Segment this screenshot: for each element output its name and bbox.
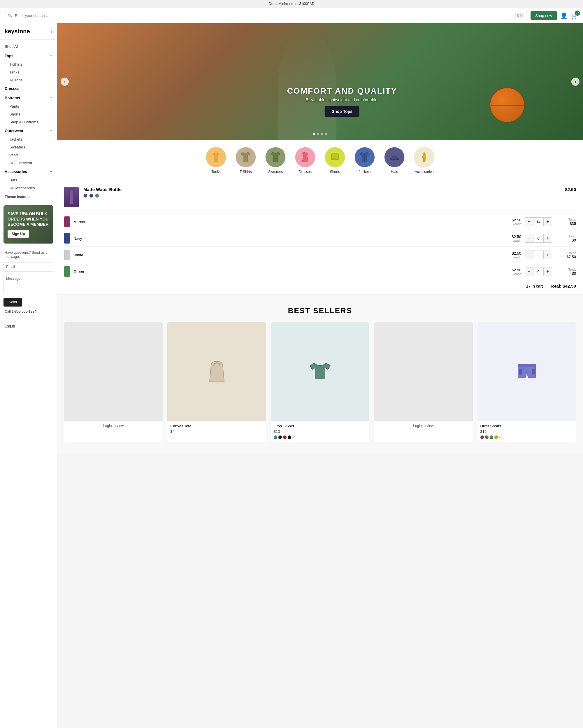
sidebar-item-hats[interactable]: Hats bbox=[0, 176, 57, 184]
sidebar-item-shorts[interactable]: Shorts bbox=[0, 110, 57, 118]
shop-now-button[interactable]: Shop now bbox=[530, 11, 557, 20]
qty-decrease-maroon[interactable]: − bbox=[525, 217, 533, 226]
sidebar-section-accessories[interactable]: Accessories − bbox=[0, 167, 57, 176]
jackets-label: Jackets bbox=[359, 170, 371, 174]
hero-next-button[interactable]: › bbox=[571, 78, 580, 86]
tanks-icon-circle bbox=[206, 147, 226, 167]
hero-content: COMFORT AND QUALITY Breathable, lightwei… bbox=[287, 86, 397, 117]
product-info-4: Login to view bbox=[374, 421, 473, 432]
hero-dot-1[interactable] bbox=[313, 133, 315, 135]
category-accessories[interactable]: Accessories bbox=[409, 145, 439, 176]
sidebar-section-dresses[interactable]: Dresses bbox=[0, 84, 57, 93]
qty-control-maroon: − 14 + bbox=[525, 217, 552, 226]
sidebar-item-vests[interactable]: Vests bbox=[0, 151, 57, 159]
qty-increase-white[interactable]: + bbox=[544, 251, 552, 259]
sidebar-item-all-accessories[interactable]: All Accessories bbox=[0, 184, 57, 192]
accessories-label: Accessories bbox=[415, 170, 434, 174]
sidebar-item-all-tops[interactable]: All Tops bbox=[0, 76, 57, 84]
product-price-5: $16 bbox=[480, 429, 573, 434]
sidebar-item-shop-all[interactable]: Shop All bbox=[0, 42, 57, 51]
product-card-4[interactable]: Login to view bbox=[374, 322, 473, 442]
more-colors-5: +3 bbox=[499, 436, 502, 439]
variant-price-maroon: $2.50 /each bbox=[501, 218, 521, 226]
qty-increase-navy[interactable]: + bbox=[544, 234, 552, 242]
sidebar-section-tops[interactable]: Tops − bbox=[0, 51, 57, 60]
top-bar-message: Order Minimums of $100CAD bbox=[269, 2, 314, 6]
sidebar-item-tanks[interactable]: Tanks bbox=[0, 68, 57, 76]
hero-prev-button[interactable]: ‹ bbox=[61, 78, 69, 86]
sidebar-item-all-outerwear[interactable]: All Outerwear bbox=[0, 159, 57, 167]
contact-form bbox=[0, 262, 57, 298]
swatch-white bbox=[64, 250, 70, 260]
hero-title: COMFORT AND QUALITY bbox=[287, 86, 397, 96]
color-5-2 bbox=[485, 436, 489, 439]
tshirts-icon-circle bbox=[235, 147, 256, 167]
product-thumbnail bbox=[64, 187, 79, 207]
bottoms-collapse-icon: − bbox=[50, 95, 52, 100]
best-sellers-section: BEST SELLERS Login to view bbox=[57, 294, 583, 453]
contact-email-input[interactable] bbox=[3, 262, 53, 271]
qty-control-white: − 3 + bbox=[525, 251, 552, 259]
main-content: COMFORT AND QUALITY Breathable, lightwei… bbox=[57, 23, 583, 453]
sidebar-promo: SAVE 15% ON BULK ORDERS WHEN YOU BECOME … bbox=[3, 205, 53, 243]
sidebar-item-jackets[interactable]: Jackets bbox=[0, 135, 57, 143]
tanks-label: Tanks bbox=[211, 170, 220, 174]
qty-decrease-navy[interactable]: − bbox=[525, 234, 533, 242]
sidebar-section-outerwear[interactable]: Outerwear − bbox=[0, 126, 57, 135]
qty-increase-green[interactable]: + bbox=[544, 267, 552, 276]
qty-decrease-green[interactable]: − bbox=[525, 267, 533, 276]
variant-price-white: $2.50 /each bbox=[501, 251, 521, 259]
contact-message-input[interactable] bbox=[3, 274, 53, 294]
sidebar-item-shop-all-bottoms[interactable]: Shop All Bottoms bbox=[0, 118, 57, 126]
sidebar-section-bottoms[interactable]: Bottoms − bbox=[0, 93, 57, 102]
search-bar[interactable]: 🔍 ⌘ K bbox=[5, 11, 527, 20]
sidebar-collapse-button[interactable]: ‹ bbox=[51, 29, 52, 34]
variant-total-maroon: Total: $35 bbox=[556, 218, 576, 226]
hero-dot-4[interactable] bbox=[325, 133, 327, 135]
product-image-4 bbox=[374, 322, 473, 421]
hero-shop-button[interactable]: Shop Tops bbox=[325, 106, 359, 117]
color-3-2 bbox=[278, 436, 282, 439]
variant-row-green: Green $2.50 /each − 0 + Total: $0 bbox=[64, 263, 576, 280]
category-dresses[interactable]: Dresses bbox=[290, 145, 320, 176]
qty-value-green: 0 bbox=[533, 267, 544, 276]
sidebar-item-pants[interactable]: Pants bbox=[0, 102, 57, 110]
cart-button[interactable]: 🛒 27 bbox=[571, 12, 578, 19]
variant-name-maroon: Maroon bbox=[74, 219, 497, 224]
product-card-2[interactable]: Canvas Tote $4 bbox=[167, 322, 266, 442]
variant-row-navy: Navy $2.50 /each − 0 + Total: $0 bbox=[64, 230, 576, 246]
hero-dot-3[interactable] bbox=[321, 133, 323, 135]
category-hats[interactable]: Hats bbox=[380, 145, 409, 176]
category-tshirts[interactable]: T-Shirts bbox=[231, 145, 260, 176]
qty-increase-maroon[interactable]: + bbox=[544, 217, 552, 226]
product-name-1: Login to view bbox=[67, 424, 160, 428]
product-title: Matte Water Bottle bbox=[83, 187, 121, 192]
sidebar-login[interactable]: Log in bbox=[0, 319, 57, 333]
category-sweaters[interactable]: Sweaters bbox=[260, 145, 290, 176]
contact-label: Have questions? Send us a message. bbox=[0, 247, 57, 262]
category-tanks[interactable]: Tanks bbox=[201, 145, 231, 176]
product-name-5: Hiker Shorts bbox=[480, 424, 573, 428]
hero-dot-2[interactable] bbox=[317, 133, 319, 135]
product-card-1[interactable]: Login to view bbox=[64, 322, 163, 442]
account-button[interactable]: 👤 bbox=[560, 12, 567, 19]
shorts-icon-circle bbox=[325, 147, 345, 167]
category-shorts[interactable]: Shorts bbox=[320, 145, 350, 176]
sidebar-logo: keystone ‹ bbox=[0, 28, 57, 40]
product-name-3: Crop T-Shirt bbox=[274, 424, 366, 428]
login-link[interactable]: Log in bbox=[5, 324, 15, 328]
product-image-1 bbox=[64, 322, 163, 421]
category-jackets[interactable]: Jackets bbox=[350, 145, 380, 176]
qty-decrease-white[interactable]: − bbox=[525, 251, 533, 259]
signup-button[interactable]: Sign Up bbox=[7, 230, 29, 238]
accessories-collapse-icon: − bbox=[50, 169, 52, 174]
product-card-3[interactable]: Crop T-Shirt $13 +1 bbox=[271, 322, 369, 442]
search-input[interactable] bbox=[15, 14, 512, 18]
send-button[interactable]: Send bbox=[3, 298, 22, 307]
logo-text: keystone bbox=[5, 28, 30, 35]
product-colors-5: +3 bbox=[480, 436, 573, 439]
product-card-5[interactable]: Hiker Shorts $16 +3 bbox=[477, 322, 576, 442]
sidebar-item-sweaters[interactable]: Sweaters bbox=[0, 143, 57, 151]
qty-control-green: − 0 + bbox=[525, 267, 552, 276]
sidebar-item-tshirts[interactable]: T-Shirts bbox=[0, 60, 57, 68]
